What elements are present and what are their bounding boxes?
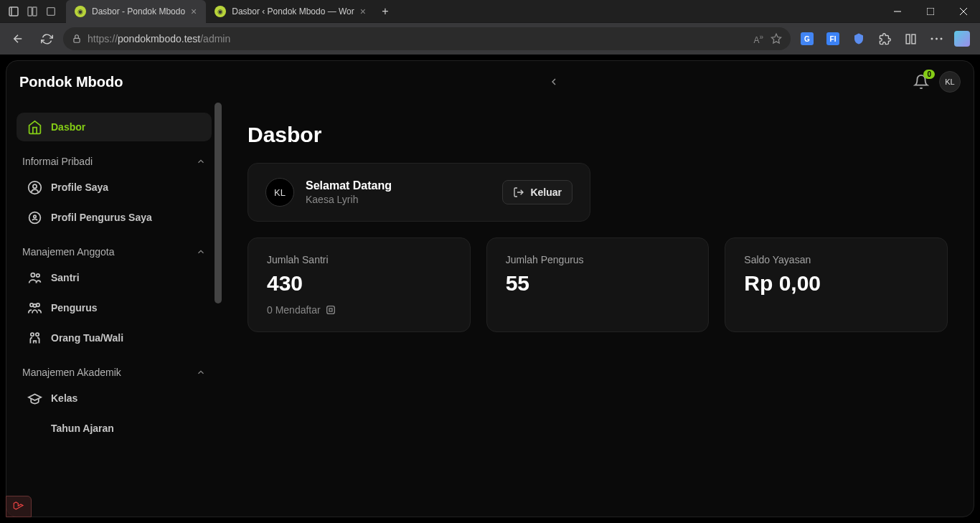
sidebar-item-label: Kelas (51, 392, 77, 404)
sidebar-item-parents[interactable]: Orang Tua/Wali (17, 324, 212, 352)
svg-rect-3 (47, 7, 55, 15)
svg-rect-5 (927, 8, 934, 15)
browser-toolbar: https://pondokmbodo.test/admin A» G FI (0, 23, 980, 55)
tab-inactive[interactable]: ◉ Dasbor ‹ Pondok Mbodo — Wor × (206, 0, 375, 23)
svg-point-18 (33, 215, 36, 218)
sidebar-item-tahun-ajaran[interactable]: Tahun Ajaran (17, 414, 212, 443)
extension-icon[interactable]: FI (821, 27, 845, 51)
maximize-button[interactable] (914, 0, 947, 23)
tab-title: Dasbor ‹ Pondok Mbodo — Wor (232, 6, 354, 17)
shield-icon[interactable] (847, 27, 871, 51)
svg-rect-2 (33, 7, 37, 16)
svg-rect-1 (28, 7, 32, 16)
svg-rect-26 (326, 306, 334, 314)
close-icon[interactable]: × (191, 6, 197, 17)
sidebar-item-label: Profile Saya (51, 182, 108, 193)
stat-value: 430 (267, 271, 451, 296)
tab-active[interactable]: ◉ Dasbor - Pondok Mbodo × (66, 0, 206, 23)
stat-card-pengurus: Jumlah Pengurus 55 (486, 237, 710, 332)
extensions-icon[interactable] (872, 27, 897, 51)
svg-rect-0 (9, 7, 18, 16)
tab-favicon-icon: ◉ (215, 6, 226, 17)
page-title: Dasbor (248, 123, 948, 147)
chevron-up-icon (196, 247, 206, 257)
back-button[interactable] (6, 27, 30, 51)
brand-title: Pondok Mbodo (19, 74, 151, 90)
sidebar-section-academic[interactable]: Manajemen Akademik (17, 367, 212, 378)
sidebar-section-personal[interactable]: Informai Pribadi (17, 156, 212, 167)
stat-label: Jumlah Pengurus (506, 254, 690, 265)
new-tab-button[interactable]: + (375, 1, 395, 22)
sidebar-item-profile[interactable]: Profile Saya (17, 173, 212, 202)
sidebar-item-label: Santri (51, 272, 80, 283)
tab-favicon-icon: ◉ (75, 6, 86, 17)
translate-icon[interactable]: G (795, 27, 819, 51)
svg-point-24 (30, 333, 33, 336)
people-icon (27, 270, 42, 286)
logout-icon (513, 187, 524, 198)
notification-badge: 0 (923, 70, 935, 79)
sidebar-item-dashboard[interactable]: Dasbor (17, 113, 212, 141)
copilot-icon[interactable] (950, 27, 974, 51)
split-screen-icon[interactable] (898, 27, 923, 51)
stat-description: 0 Mendaftar (267, 304, 451, 316)
sidebar-item-kelas[interactable]: Kelas (17, 384, 212, 413)
sidebar-item-label: Dasbor (51, 121, 85, 133)
stat-card-santri: Jumlah Santri 430 0 Mendaftar (248, 237, 471, 332)
stat-label: Saldo Yayasan (744, 254, 928, 265)
sidebar-item-pengurus[interactable]: Pengurus (17, 293, 212, 322)
sidebar-item-santri[interactable]: Santri (17, 263, 212, 292)
svg-point-13 (936, 38, 938, 40)
sidebar-collapse-button[interactable] (541, 69, 567, 95)
reader-icon[interactable]: A» (753, 33, 763, 45)
scrollbar[interactable] (215, 103, 222, 303)
stat-value: 55 (506, 271, 690, 296)
laravel-debugbar-icon[interactable] (6, 496, 32, 517)
tab-title: Dasbor - Pondok Mbodo (92, 6, 185, 17)
app-viewport: Pondok Mbodo 0 KL Dasbor Informai Pribad… (0, 55, 980, 523)
sidebar-item-label: Profil Pengurus Saya (51, 212, 152, 223)
sidebar-item-pengurus-profile[interactable]: Profil Pengurus Saya (17, 203, 212, 232)
logout-button[interactable]: Keluar (502, 180, 573, 204)
refresh-button[interactable] (34, 27, 59, 51)
badge-icon (27, 209, 42, 225)
graduation-icon (27, 390, 42, 406)
welcome-title: Selamat Datang (306, 179, 392, 192)
calendar-icon (27, 420, 42, 436)
stop-icon (325, 304, 336, 316)
family-icon (27, 330, 42, 346)
workspaces-icon[interactable] (24, 4, 40, 19)
minimize-button[interactable] (881, 0, 914, 23)
more-icon[interactable] (924, 27, 948, 51)
svg-point-23 (33, 303, 36, 306)
svg-point-20 (36, 273, 39, 276)
notifications-button[interactable]: 0 (913, 74, 929, 90)
chevron-up-icon (196, 156, 206, 166)
profile-icon[interactable] (6, 4, 22, 19)
sidebar-section-members[interactable]: Manajemen Anggota (17, 246, 212, 258)
user-icon (27, 179, 42, 195)
people-icon (27, 300, 42, 316)
close-icon[interactable]: × (360, 6, 366, 17)
svg-rect-11 (911, 34, 915, 44)
stat-card-saldo: Saldo Yayasan Rp 0,00 (725, 237, 948, 332)
avatar: KL (265, 178, 294, 207)
favorite-icon[interactable] (771, 33, 782, 44)
user-avatar[interactable]: KL (939, 71, 961, 93)
url-bar[interactable]: https://pondokmbodo.test/admin A» (63, 27, 791, 50)
logout-label: Keluar (530, 187, 562, 198)
close-window-button[interactable] (947, 0, 980, 23)
svg-point-19 (31, 273, 34, 276)
home-icon (27, 119, 42, 135)
stat-label: Jumlah Santri (267, 254, 451, 265)
lock-icon (72, 34, 82, 44)
svg-marker-9 (771, 34, 781, 43)
svg-point-25 (35, 333, 38, 336)
svg-rect-27 (329, 308, 332, 311)
svg-rect-8 (74, 38, 80, 42)
sidebar-item-label: Tahun Ajaran (51, 423, 114, 434)
stat-value: Rp 0,00 (744, 271, 928, 296)
tab-actions-icon[interactable] (43, 4, 59, 19)
svg-point-12 (930, 38, 933, 40)
sidebar-item-label: Pengurus (51, 302, 98, 314)
